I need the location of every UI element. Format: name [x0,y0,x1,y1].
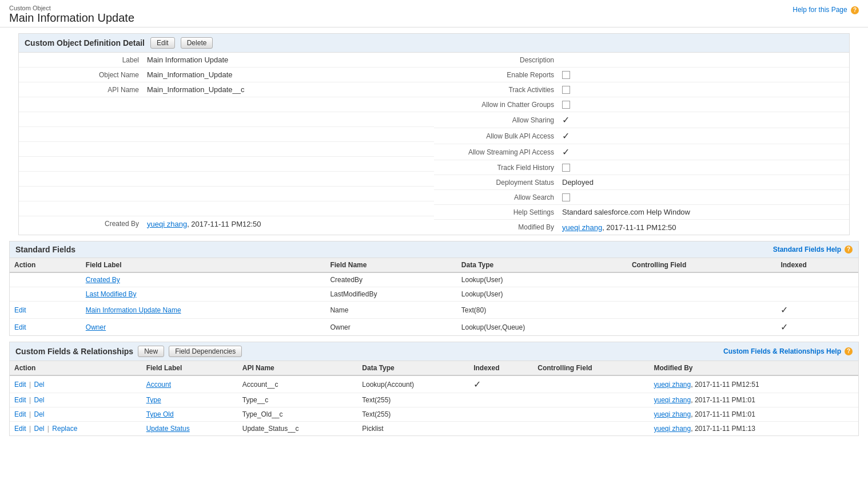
cf-edit-link[interactable]: Edit [14,425,26,433]
help-settings-value: Standard salesforce.com Help Window [560,208,849,216]
detail-section-title: Custom Object Definition Detail [25,38,145,47]
edit-button[interactable]: Edit [150,37,175,49]
cf-modified-by-link[interactable]: yueqi zhang [654,396,691,404]
custom-fields-help-link[interactable]: Custom Fields & Relationships Help ? [723,347,853,355]
sf-field-label-link[interactable]: Main Information Update Name [86,306,181,314]
cf-field-label-link[interactable]: Account [146,381,171,389]
field-modifiedby-row: Modified By yueqi zhang, 2017-11-11 PM12… [434,220,849,235]
standard-fields-help-icon: ? [845,246,853,254]
sf-field-name-cell: CreatedBy [325,272,456,287]
action-separator: | [46,425,51,433]
cf-indexed-cell: ✓ [469,375,533,393]
cf-controlling-cell [533,422,649,436]
detail-left: Label Main Information Update Object Nam… [19,53,434,235]
col-cf-data-type: Data Type [357,361,469,375]
sf-indexed-cell: ✓ [776,302,858,319]
cf-action-cell: Edit | Del [10,393,142,407]
table-row: Edit | DelType OldType_Old__cText(255)yu… [10,407,858,422]
cf-field-label-link[interactable]: Type [146,396,161,404]
delete-button[interactable]: Delete [181,37,213,49]
standard-fields-section: Standard Fields Standard Fields Help ? A… [9,241,859,336]
cf-modified-by-link[interactable]: yueqi zhang [654,425,691,433]
field-dependencies-button[interactable]: Field Dependencies [169,346,242,357]
cf-field-label-cell: Update Status [142,422,238,436]
cf-modified-by-link[interactable]: yueqi zhang [654,381,691,389]
standard-fields-header-row: Action Field Label Field Name Data Type … [10,258,858,272]
col-action: Action [10,258,81,272]
track-history-checkbox [562,164,570,172]
field-deploystatus-row: Deployment Status Deployed [434,175,849,190]
cf-modified-by-date: , 2017-11-11 PM1:13 [691,425,755,433]
cf-del-link[interactable]: Del [34,410,44,418]
field-helpsettings-row: Help Settings Standard salesforce.com He… [434,205,849,220]
cf-indexed-cell [469,422,533,436]
field-allowsearch-row: Allow Search [434,190,849,205]
detail-section: Custom Object Definition Detail Edit Del… [18,33,850,235]
cf-action-cell: Edit | Del [10,407,142,422]
col-cf-field-label: Field Label [142,361,238,375]
cf-edit-link[interactable]: Edit [14,410,26,418]
sf-action-cell [10,272,81,287]
cf-edit-link[interactable]: Edit [14,396,26,404]
sf-field-label-link[interactable]: Created By [86,276,120,284]
field-apiname-row: API Name Main_Information_Update__c [19,82,434,97]
table-row: EditOwnerOwnerLookup(User,Queue)✓ [10,319,858,336]
sf-field-label-cell: Main Information Update Name [81,302,326,319]
action-separator: | [27,425,33,433]
col-controlling-field: Controlling Field [627,258,776,272]
col-indexed: Indexed [776,258,858,272]
cf-edit-link[interactable]: Edit [14,381,26,389]
cf-modified-by-cell: yueqi zhang, 2017-11-11 PM12:51 [650,375,859,393]
table-row: Edit | Del | ReplaceUpdate StatusUpdate_… [10,422,858,436]
sf-field-label-cell: Owner [81,319,326,336]
new-button[interactable]: New [138,346,164,357]
sf-controlling-cell [627,319,776,336]
sf-indexed-cell: ✓ [776,319,858,336]
sf-action-cell: Edit [10,302,81,319]
sf-controlling-cell [627,287,776,302]
cf-del-link[interactable]: Del [34,396,44,404]
cf-modified-by-cell: yueqi zhang, 2017-11-11 PM1:01 [650,393,859,407]
sf-edit-link[interactable]: Edit [14,323,26,331]
help-icon: ? [851,6,859,14]
table-row: Last Modified ByLastModifiedByLookup(Use… [10,287,858,302]
created-by-link[interactable]: yueqi zhang [147,220,187,228]
col-cf-controlling: Controlling Field [533,361,649,375]
page-title: Main Information Update [9,11,859,25]
help-link[interactable]: Help for this Page ? [793,6,859,14]
sf-field-label-link[interactable]: Last Modified By [86,290,137,298]
standard-fields-help-link[interactable]: Standard Fields Help ? [773,246,853,254]
cf-modified-by-link[interactable]: yueqi zhang [654,410,691,418]
sf-edit-link[interactable]: Edit [14,306,26,314]
sf-field-label-link[interactable]: Owner [86,323,106,331]
cf-replace-link[interactable]: Replace [52,425,77,433]
cf-field-label-cell: Type [142,393,238,407]
action-separator: | [27,381,33,389]
field-createdby-row: Created By yueqi zhang, 2017-11-11 PM12:… [19,216,434,231]
allow-sharing-check: ✓ [562,115,570,125]
allow-streaming-check: ✓ [562,147,570,157]
cf-field-label-link[interactable]: Type Old [146,410,174,418]
sf-action-cell: Edit [10,319,81,336]
allow-bulk-api-check: ✓ [562,131,570,141]
field-allowbulkapi-row: Allow Bulk API Access ✓ [434,128,849,144]
field-allowstreaming-row: Allow Streaming API Access ✓ [434,144,849,160]
col-cf-action: Action [10,361,142,375]
enable-reports-checkbox [562,71,570,79]
track-activities-checkbox [562,86,570,94]
cf-del-link[interactable]: Del [34,425,44,433]
field-apiname-value: Main_Information_Update__c [145,85,434,94]
allow-chatter-checkbox [562,101,570,109]
sf-controlling-cell [627,302,776,319]
cf-del-link[interactable]: Del [34,381,44,389]
cf-field-label-link[interactable]: Update Status [146,425,190,433]
custom-fields-section: Custom Fields & Relationships New Field … [9,342,859,436]
action-separator: | [27,396,33,404]
col-field-name: Field Name [325,258,456,272]
custom-fields-header-row: Action Field Label API Name Data Type In… [10,361,858,375]
field-description-row: Description [434,53,849,68]
cf-api-name-cell: Type_Old__c [238,407,358,422]
modified-by-link[interactable]: yueqi zhang [562,223,602,232]
created-by-date: , 2017-11-11 PM12:50 [187,220,261,228]
standard-fields-header: Standard Fields Standard Fields Help ? [10,241,858,258]
